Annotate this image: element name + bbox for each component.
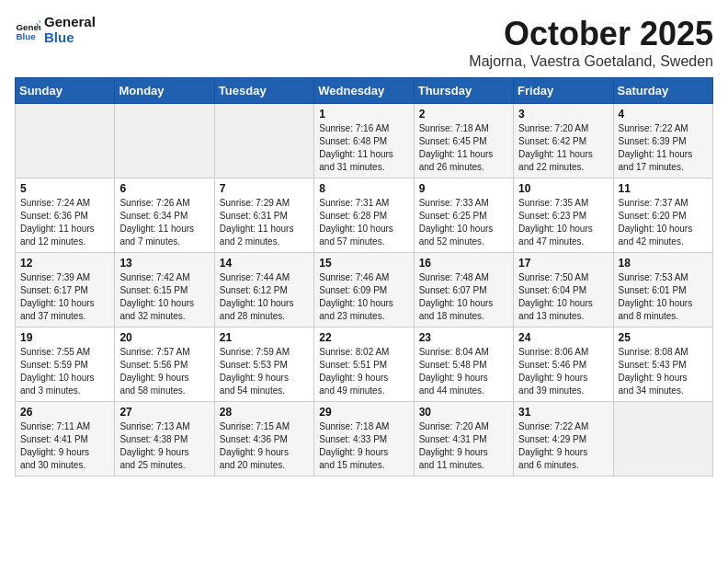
day-number: 16 (419, 257, 508, 270)
day-number: 24 (518, 331, 608, 344)
calendar-week-row: 12Sunrise: 7:39 AM Sunset: 6:17 PM Dayli… (16, 253, 713, 327)
day-number: 27 (119, 406, 209, 419)
calendar-cell: 19Sunrise: 7:55 AM Sunset: 5:59 PM Dayli… (16, 327, 115, 402)
calendar-cell: 17Sunrise: 7:50 AM Sunset: 6:04 PM Dayli… (514, 253, 613, 327)
calendar-title: October 2025 (469, 15, 713, 53)
page-header: General Blue General Blue October 2025 M… (15, 15, 713, 70)
day-info: Sunrise: 7:13 AM Sunset: 4:38 PM Dayligh… (119, 420, 209, 472)
calendar-cell (214, 104, 313, 178)
calendar-cell: 29Sunrise: 7:18 AM Sunset: 4:33 PM Dayli… (314, 402, 414, 477)
day-number: 19 (20, 331, 109, 344)
day-info: Sunrise: 7:16 AM Sunset: 6:48 PM Dayligh… (319, 122, 408, 174)
calendar-cell: 8Sunrise: 7:31 AM Sunset: 6:28 PM Daylig… (314, 178, 414, 253)
day-number: 13 (119, 257, 209, 270)
calendar-cell: 31Sunrise: 7:22 AM Sunset: 4:29 PM Dayli… (514, 402, 613, 477)
svg-text:Blue: Blue (16, 30, 36, 40)
day-info: Sunrise: 7:39 AM Sunset: 6:17 PM Dayligh… (20, 271, 109, 323)
day-info: Sunrise: 7:22 AM Sunset: 4:29 PM Dayligh… (518, 420, 608, 472)
day-info: Sunrise: 7:42 AM Sunset: 6:15 PM Dayligh… (119, 271, 209, 323)
calendar-cell: 9Sunrise: 7:33 AM Sunset: 6:25 PM Daylig… (414, 178, 513, 253)
calendar-cell: 28Sunrise: 7:15 AM Sunset: 4:36 PM Dayli… (214, 402, 313, 477)
day-info: Sunrise: 7:55 AM Sunset: 5:59 PM Dayligh… (20, 346, 109, 397)
day-info: Sunrise: 7:37 AM Sunset: 6:20 PM Dayligh… (619, 197, 708, 248)
day-info: Sunrise: 7:26 AM Sunset: 6:34 PM Dayligh… (119, 197, 209, 248)
calendar-week-row: 1Sunrise: 7:16 AM Sunset: 6:48 PM Daylig… (16, 104, 713, 178)
day-info: Sunrise: 7:53 AM Sunset: 6:01 PM Dayligh… (619, 271, 708, 323)
calendar-cell: 1Sunrise: 7:16 AM Sunset: 6:48 PM Daylig… (314, 104, 414, 178)
calendar-cell: 3Sunrise: 7:20 AM Sunset: 6:42 PM Daylig… (514, 104, 613, 178)
day-info: Sunrise: 7:15 AM Sunset: 4:36 PM Dayligh… (220, 420, 309, 472)
calendar-cell: 13Sunrise: 7:42 AM Sunset: 6:15 PM Dayli… (115, 253, 214, 327)
logo: General Blue General Blue (15, 15, 96, 45)
day-info: Sunrise: 8:08 AM Sunset: 5:43 PM Dayligh… (619, 346, 708, 397)
calendar-subtitle: Majorna, Vaestra Goetaland, Sweden (469, 53, 713, 70)
calendar-cell: 23Sunrise: 8:04 AM Sunset: 5:48 PM Dayli… (414, 327, 513, 402)
day-number: 2 (419, 108, 508, 121)
calendar-cell: 25Sunrise: 8:08 AM Sunset: 5:43 PM Dayli… (613, 327, 712, 402)
calendar-cell: 10Sunrise: 7:35 AM Sunset: 6:23 PM Dayli… (514, 178, 613, 253)
calendar-cell: 2Sunrise: 7:18 AM Sunset: 6:45 PM Daylig… (414, 104, 513, 178)
day-number: 5 (20, 182, 109, 195)
day-info: Sunrise: 7:33 AM Sunset: 6:25 PM Dayligh… (419, 197, 508, 248)
day-info: Sunrise: 7:20 AM Sunset: 4:31 PM Dayligh… (419, 420, 508, 472)
day-number: 3 (518, 108, 608, 121)
day-number: 8 (319, 182, 408, 195)
day-number: 22 (319, 331, 408, 344)
calendar-week-row: 26Sunrise: 7:11 AM Sunset: 4:41 PM Dayli… (16, 402, 713, 477)
calendar-cell: 12Sunrise: 7:39 AM Sunset: 6:17 PM Dayli… (16, 253, 115, 327)
header-monday: Monday (115, 78, 214, 104)
day-number: 12 (20, 257, 109, 270)
day-number: 28 (220, 406, 309, 419)
calendar-cell: 14Sunrise: 7:44 AM Sunset: 6:12 PM Dayli… (214, 253, 313, 327)
day-info: Sunrise: 7:11 AM Sunset: 4:41 PM Dayligh… (20, 420, 109, 472)
calendar-cell: 11Sunrise: 7:37 AM Sunset: 6:20 PM Dayli… (613, 178, 712, 253)
calendar-title-area: October 2025 Majorna, Vaestra Goetaland,… (469, 15, 713, 70)
day-info: Sunrise: 7:18 AM Sunset: 6:45 PM Dayligh… (419, 122, 508, 174)
calendar-week-row: 19Sunrise: 7:55 AM Sunset: 5:59 PM Dayli… (16, 327, 713, 402)
header-sunday: Sunday (16, 78, 115, 104)
day-number: 29 (319, 406, 408, 419)
day-number: 23 (419, 331, 508, 344)
header-wednesday: Wednesday (314, 78, 414, 104)
day-info: Sunrise: 7:48 AM Sunset: 6:07 PM Dayligh… (419, 271, 508, 323)
calendar-cell: 7Sunrise: 7:29 AM Sunset: 6:31 PM Daylig… (214, 178, 313, 253)
day-info: Sunrise: 7:50 AM Sunset: 6:04 PM Dayligh… (518, 271, 608, 323)
logo-line2: Blue (44, 30, 96, 46)
calendar-cell: 4Sunrise: 7:22 AM Sunset: 6:39 PM Daylig… (613, 104, 712, 178)
logo-line1: General (44, 15, 96, 30)
day-number: 17 (518, 257, 608, 270)
day-info: Sunrise: 7:29 AM Sunset: 6:31 PM Dayligh… (220, 197, 309, 248)
day-number: 26 (20, 406, 109, 419)
day-number: 18 (619, 257, 708, 270)
calendar-table: SundayMondayTuesdayWednesdayThursdayFrid… (15, 77, 713, 477)
day-number: 1 (319, 108, 408, 121)
day-number: 25 (619, 331, 708, 344)
calendar-cell: 26Sunrise: 7:11 AM Sunset: 4:41 PM Dayli… (16, 402, 115, 477)
calendar-cell (613, 402, 712, 477)
calendar-cell: 27Sunrise: 7:13 AM Sunset: 4:38 PM Dayli… (115, 402, 214, 477)
header-thursday: Thursday (414, 78, 513, 104)
calendar-header-row: SundayMondayTuesdayWednesdayThursdayFrid… (16, 78, 713, 104)
calendar-cell: 6Sunrise: 7:26 AM Sunset: 6:34 PM Daylig… (115, 178, 214, 253)
day-number: 30 (419, 406, 508, 419)
header-friday: Friday (514, 78, 613, 104)
day-info: Sunrise: 7:24 AM Sunset: 6:36 PM Dayligh… (20, 197, 109, 248)
day-number: 31 (518, 406, 608, 419)
day-info: Sunrise: 7:44 AM Sunset: 6:12 PM Dayligh… (220, 271, 309, 323)
calendar-cell: 24Sunrise: 8:06 AM Sunset: 5:46 PM Dayli… (514, 327, 613, 402)
day-info: Sunrise: 7:35 AM Sunset: 6:23 PM Dayligh… (518, 197, 608, 248)
calendar-cell: 30Sunrise: 7:20 AM Sunset: 4:31 PM Dayli… (414, 402, 513, 477)
day-info: Sunrise: 8:04 AM Sunset: 5:48 PM Dayligh… (419, 346, 508, 397)
day-number: 7 (220, 182, 309, 195)
calendar-cell (115, 104, 214, 178)
day-number: 21 (220, 331, 309, 344)
day-number: 20 (119, 331, 209, 344)
day-number: 6 (119, 182, 209, 195)
day-info: Sunrise: 7:18 AM Sunset: 4:33 PM Dayligh… (319, 420, 408, 472)
calendar-cell: 18Sunrise: 7:53 AM Sunset: 6:01 PM Dayli… (613, 253, 712, 327)
calendar-cell: 22Sunrise: 8:02 AM Sunset: 5:51 PM Dayli… (314, 327, 414, 402)
calendar-cell: 15Sunrise: 7:46 AM Sunset: 6:09 PM Dayli… (314, 253, 414, 327)
calendar-cell: 5Sunrise: 7:24 AM Sunset: 6:36 PM Daylig… (16, 178, 115, 253)
calendar-cell: 21Sunrise: 7:59 AM Sunset: 5:53 PM Dayli… (214, 327, 313, 402)
day-info: Sunrise: 7:59 AM Sunset: 5:53 PM Dayligh… (220, 346, 309, 397)
